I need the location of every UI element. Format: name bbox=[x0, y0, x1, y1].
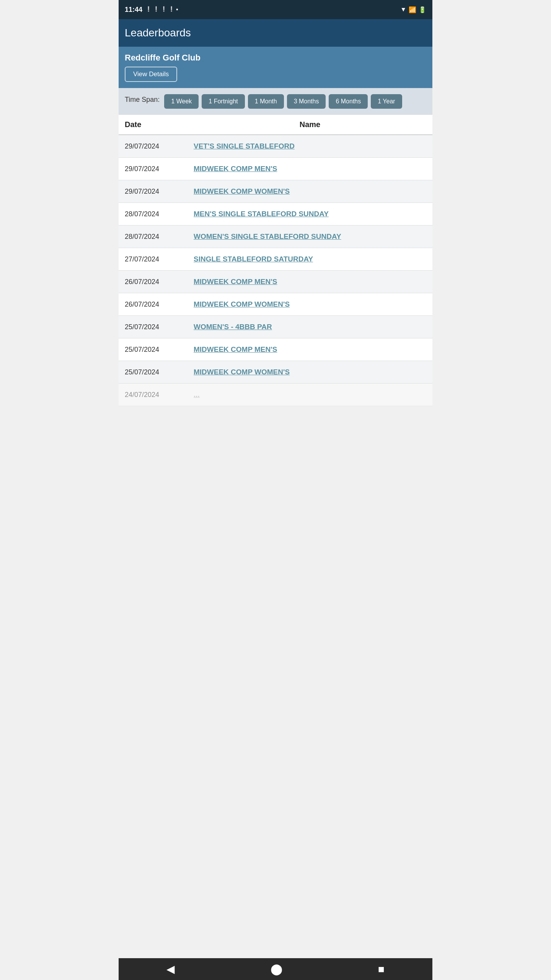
signal-icon: 📶 bbox=[409, 6, 416, 13]
notification-icon-3: ❕ bbox=[161, 6, 167, 13]
table-row[interactable]: 25/07/2024 WOMEN'S - 4BBB PAR bbox=[119, 316, 432, 338]
row-name[interactable]: MIDWEEK COMP WOMEN'S bbox=[194, 300, 426, 309]
notification-icons: ❕ ❕ ❕ ❕ • bbox=[145, 6, 178, 13]
row-name[interactable]: MIDWEEK COMP MEN'S bbox=[194, 165, 426, 173]
row-date: 28/07/2024 bbox=[125, 210, 194, 218]
row-name[interactable]: WOMEN'S SINGLE STABLEFORD SUNDAY bbox=[194, 232, 426, 241]
notification-icon-2: ❕ bbox=[153, 6, 159, 13]
table-header: Date Name bbox=[119, 115, 432, 135]
row-name[interactable]: WOMEN'S - 4BBB PAR bbox=[194, 323, 426, 331]
time-span-buttons: 1 Week 1 Fortnight 1 Month 3 Months 6 Mo… bbox=[164, 94, 402, 109]
club-banner: Redcliffe Golf Club View Details bbox=[119, 47, 432, 88]
row-date: 28/07/2024 bbox=[125, 233, 194, 241]
app-title: Leaderboards bbox=[125, 27, 426, 39]
status-time: 11:44 bbox=[125, 6, 142, 14]
time-btn-1year[interactable]: 1 Year bbox=[371, 94, 402, 109]
time-btn-6months[interactable]: 6 Months bbox=[329, 94, 368, 109]
time-span-section: Time Span: 1 Week 1 Fortnight 1 Month 3 … bbox=[119, 88, 432, 115]
notification-icon-4: ❕ bbox=[168, 6, 174, 13]
table-row[interactable]: 28/07/2024 WOMEN'S SINGLE STABLEFORD SUN… bbox=[119, 225, 432, 248]
table-row[interactable]: 24/07/2024 ... bbox=[119, 384, 432, 406]
row-name[interactable]: VET'S SINGLE STABLEFORD bbox=[194, 142, 426, 150]
row-date: 27/07/2024 bbox=[125, 255, 194, 263]
row-name[interactable]: MIDWEEK COMP MEN'S bbox=[194, 345, 426, 354]
row-name[interactable]: MIDWEEK COMP MEN'S bbox=[194, 278, 426, 286]
name-column-header: Name bbox=[194, 120, 426, 129]
table-row[interactable]: 29/07/2024 MIDWEEK COMP WOMEN'S bbox=[119, 180, 432, 203]
view-details-button[interactable]: View Details bbox=[125, 67, 177, 82]
row-date: 29/07/2024 bbox=[125, 142, 194, 150]
row-name: ... bbox=[194, 390, 426, 399]
row-date: 24/07/2024 bbox=[125, 391, 194, 399]
table-row[interactable]: 29/07/2024 VET'S SINGLE STABLEFORD bbox=[119, 135, 432, 158]
status-bar: 11:44 ❕ ❕ ❕ ❕ • ▼ 📶 🔋 bbox=[119, 0, 432, 19]
notification-icon-1: ❕ bbox=[145, 6, 152, 13]
table-row[interactable]: 25/07/2024 MIDWEEK COMP MEN'S bbox=[119, 338, 432, 361]
table-row[interactable]: 28/07/2024 MEN'S SINGLE STABLEFORD SUNDA… bbox=[119, 203, 432, 225]
table-row[interactable]: 29/07/2024 MIDWEEK COMP MEN'S bbox=[119, 158, 432, 180]
battery-icon: 🔋 bbox=[419, 6, 426, 13]
row-date: 29/07/2024 bbox=[125, 188, 194, 196]
row-name[interactable]: SINGLE STABLEFORD SATURDAY bbox=[194, 255, 426, 263]
time-btn-3months[interactable]: 3 Months bbox=[287, 94, 326, 109]
time-span-label: Time Span: bbox=[125, 94, 160, 104]
row-name[interactable]: MEN'S SINGLE STABLEFORD SUNDAY bbox=[194, 210, 426, 218]
time-btn-1week[interactable]: 1 Week bbox=[164, 94, 199, 109]
row-name[interactable]: MIDWEEK COMP WOMEN'S bbox=[194, 187, 426, 196]
table-row[interactable]: 25/07/2024 MIDWEEK COMP WOMEN'S bbox=[119, 361, 432, 384]
row-date: 25/07/2024 bbox=[125, 368, 194, 376]
leaderboard-table: Date Name 29/07/2024 VET'S SINGLE STABLE… bbox=[119, 115, 432, 406]
date-column-header: Date bbox=[125, 120, 194, 129]
row-date: 25/07/2024 bbox=[125, 323, 194, 331]
table-row[interactable]: 26/07/2024 MIDWEEK COMP WOMEN'S bbox=[119, 293, 432, 316]
row-name[interactable]: MIDWEEK COMP WOMEN'S bbox=[194, 368, 426, 376]
wifi-icon: ▼ bbox=[400, 6, 406, 13]
dot-indicator: • bbox=[176, 6, 178, 13]
row-date: 25/07/2024 bbox=[125, 346, 194, 354]
time-btn-1month[interactable]: 1 Month bbox=[248, 94, 284, 109]
system-icons: ▼ 📶 🔋 bbox=[400, 6, 426, 13]
row-date: 26/07/2024 bbox=[125, 301, 194, 309]
table-row[interactable]: 27/07/2024 SINGLE STABLEFORD SATURDAY bbox=[119, 248, 432, 271]
time-btn-1fortnight[interactable]: 1 Fortnight bbox=[202, 94, 245, 109]
table-row[interactable]: 26/07/2024 MIDWEEK COMP MEN'S bbox=[119, 271, 432, 293]
row-date: 29/07/2024 bbox=[125, 165, 194, 173]
club-name: Redcliffe Golf Club bbox=[125, 53, 426, 63]
row-date: 26/07/2024 bbox=[125, 278, 194, 286]
app-header: Leaderboards bbox=[119, 19, 432, 47]
